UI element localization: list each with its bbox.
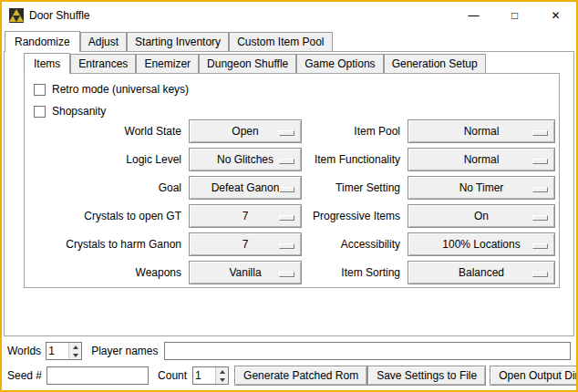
item-pool-value: Normal bbox=[464, 125, 500, 138]
tab-starting-inventory[interactable]: Starting Inventory bbox=[127, 32, 229, 51]
worlds-spin-up[interactable] bbox=[69, 343, 81, 351]
crystals-harm-ganon-label: Crystals to harm Ganon bbox=[25, 232, 181, 256]
item-functionality-value: Normal bbox=[464, 153, 500, 166]
tab-enemizer[interactable]: Enemizer bbox=[136, 54, 199, 73]
item-functionality-dropdown[interactable]: Normal bbox=[408, 148, 555, 171]
window-title: Door Shuffle bbox=[29, 9, 90, 22]
item-functionality-label: Item Functionality bbox=[243, 148, 400, 171]
timer-setting-value: No Timer bbox=[459, 181, 504, 194]
count-spin-down[interactable] bbox=[216, 376, 228, 384]
maximize-button[interactable]: □ bbox=[494, 2, 535, 29]
worlds-spinner bbox=[46, 342, 82, 360]
generate-rom-button[interactable]: Generate Patched Rom bbox=[234, 366, 367, 386]
timer-setting-label: Timer Setting bbox=[243, 176, 400, 200]
menu-indicator-icon bbox=[532, 215, 548, 221]
retro-mode-checkbox[interactable] bbox=[34, 84, 46, 96]
accessibility-label: Accessibility bbox=[243, 232, 400, 256]
player-names-input[interactable] bbox=[164, 342, 572, 360]
count-label: Count bbox=[158, 369, 187, 382]
tab-items[interactable]: Items bbox=[24, 53, 70, 74]
open-output-button[interactable]: Open Output Directory bbox=[490, 366, 578, 386]
worlds-spin-down[interactable] bbox=[69, 351, 81, 359]
main-tab-bar: Randomize Adjust Starting Inventory Cust… bbox=[5, 31, 333, 51]
retro-mode-label: Retro mode (universal keys) bbox=[52, 83, 189, 96]
goal-label: Goal bbox=[25, 176, 181, 200]
menu-indicator-icon bbox=[532, 130, 548, 136]
crystals-open-gt-label: Crystals to open GT bbox=[25, 204, 181, 228]
menu-indicator-icon bbox=[532, 187, 548, 192]
item-sorting-dropdown[interactable]: Balanced bbox=[408, 261, 555, 284]
progressive-items-label: Progressive Items bbox=[243, 204, 400, 228]
worlds-input[interactable] bbox=[46, 343, 68, 359]
shopsanity-label: Shopsanity bbox=[52, 105, 106, 118]
item-sorting-label: Item Sorting bbox=[243, 261, 400, 284]
tab-randomize[interactable]: Randomize bbox=[5, 31, 80, 52]
close-button[interactable]: ✕ bbox=[535, 2, 576, 29]
shopsanity-checkbox[interactable] bbox=[34, 106, 46, 118]
item-sorting-value: Balanced bbox=[459, 266, 504, 279]
tab-generation-setup[interactable]: Generation Setup bbox=[384, 54, 486, 73]
title-bar: Door Shuffle — □ ✕ bbox=[2, 2, 576, 29]
tab-adjust[interactable]: Adjust bbox=[80, 32, 127, 51]
tab-game-options[interactable]: Game Options bbox=[296, 54, 383, 73]
progressive-items-value: On bbox=[474, 210, 489, 222]
tab-custom-item-pool[interactable]: Custom Item Pool bbox=[229, 32, 332, 51]
sub-tab-bar: Items Entrances Enemizer Dungeon Shuffle… bbox=[24, 54, 486, 73]
tab-dungeon-shuffle[interactable]: Dungeon Shuffle bbox=[199, 54, 296, 73]
weapons-label: Weapons bbox=[25, 261, 181, 284]
retro-mode-row: Retro mode (universal keys) bbox=[34, 81, 189, 98]
worlds-row: Worlds Player names bbox=[7, 341, 571, 361]
seed-label: Seed # bbox=[7, 369, 42, 382]
menu-indicator-icon bbox=[532, 243, 548, 249]
down-arrow-icon bbox=[73, 354, 78, 357]
menu-indicator-icon bbox=[532, 272, 548, 277]
items-pane: Retro mode (universal keys) Shopsanity W… bbox=[24, 73, 560, 288]
up-arrow-icon bbox=[73, 346, 78, 349]
count-input[interactable] bbox=[193, 367, 215, 384]
seed-input[interactable] bbox=[46, 366, 149, 385]
app-icon bbox=[9, 8, 24, 23]
accessibility-value: 100% Locations bbox=[442, 238, 520, 251]
item-pool-dropdown[interactable]: Normal bbox=[408, 119, 555, 143]
save-settings-button[interactable]: Save Settings to File bbox=[367, 366, 486, 386]
world-state-label: World State bbox=[25, 119, 181, 143]
count-spin-up[interactable] bbox=[216, 367, 228, 376]
worlds-label: Worlds bbox=[7, 345, 41, 357]
window: Door Shuffle — □ ✕ Randomize Adjust Star… bbox=[0, 0, 578, 392]
caption-buttons: — □ ✕ bbox=[453, 2, 576, 29]
seed-row: Seed # Count Generate Patched Rom Save S… bbox=[7, 365, 571, 387]
minimize-button[interactable]: — bbox=[453, 2, 494, 29]
accessibility-dropdown[interactable]: 100% Locations bbox=[408, 232, 555, 256]
item-pool-label: Item Pool bbox=[243, 119, 400, 143]
worlds-spin-arrows bbox=[68, 343, 81, 359]
up-arrow-icon bbox=[220, 370, 225, 374]
down-arrow-icon bbox=[220, 378, 225, 382]
shopsanity-row: Shopsanity bbox=[34, 103, 106, 119]
timer-setting-dropdown[interactable]: No Timer bbox=[408, 176, 555, 200]
logic-level-label: Logic Level bbox=[25, 148, 181, 171]
progressive-items-dropdown[interactable]: On bbox=[408, 204, 555, 228]
player-names-label: Player names bbox=[91, 345, 158, 357]
count-spinner bbox=[192, 366, 229, 385]
menu-indicator-icon bbox=[532, 159, 548, 164]
count-spin-arrows bbox=[215, 367, 228, 384]
tab-entrances[interactable]: Entrances bbox=[70, 54, 136, 73]
